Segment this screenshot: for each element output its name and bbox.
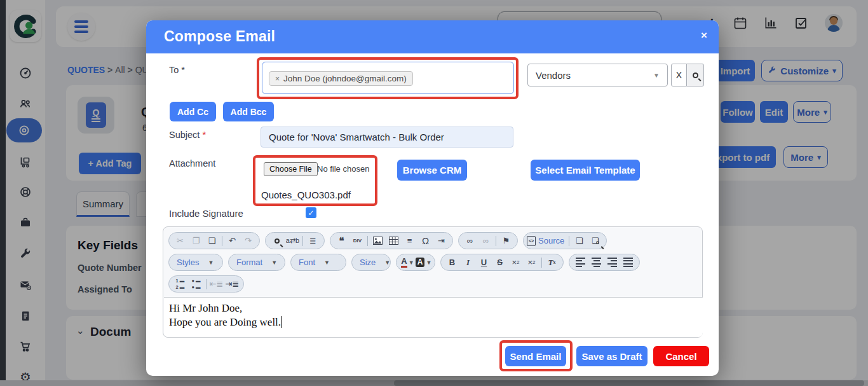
background-color-icon[interactable]: A▼ xyxy=(416,255,431,270)
attachment-area: Choose File No file chosen Quotes_QUO303… xyxy=(253,155,377,206)
recipient-chip: × John Doe (johndoe@gmail.com) xyxy=(269,71,413,86)
image-icon[interactable] xyxy=(370,233,386,248)
email-body-editor[interactable]: Hi Mr John Doe, Hope you are Doing well. xyxy=(164,297,703,337)
search-recipient-button[interactable] xyxy=(686,64,704,86)
copy-icon[interactable]: ❐ xyxy=(188,233,204,248)
to-input[interactable]: × John Doe (johndoe@gmail.com) xyxy=(262,62,514,94)
email-body-line1: Hi Mr John Doe, xyxy=(169,301,703,315)
size-dropdown[interactable]: Size▼ xyxy=(351,254,391,271)
text-color-icon[interactable]: A▼ xyxy=(400,255,416,270)
underline-icon[interactable]: U xyxy=(476,255,492,270)
replace-icon[interactable]: a⇄b xyxy=(285,233,301,248)
recipient-type-select[interactable]: Vendors▼ xyxy=(527,64,668,86)
to-label: To * xyxy=(169,65,185,75)
no-file-chosen-text: No file chosen xyxy=(317,164,369,174)
bold-icon[interactable]: B xyxy=(444,255,460,270)
add-bcc-button[interactable]: Add Bcc xyxy=(223,102,274,121)
anchor-flag-icon[interactable]: ⚑ xyxy=(498,233,514,248)
outdent-icon[interactable]: ⇤≣ xyxy=(208,277,224,291)
add-cc-button[interactable]: Add Cc xyxy=(170,102,216,121)
remove-format-icon[interactable]: Tx xyxy=(544,255,560,270)
select-arrow-icon: ▼ xyxy=(653,72,660,79)
blockquote-icon[interactable]: ❝ xyxy=(334,233,349,248)
subscript-icon[interactable]: ×2 xyxy=(508,255,524,270)
select-email-template-button[interactable]: Select Email Template xyxy=(531,160,640,181)
undo-icon[interactable]: ↶ xyxy=(224,233,240,248)
font-dropdown[interactable]: Font▼ xyxy=(290,254,346,271)
email-body-line2: Hope you are Doing well. xyxy=(169,316,282,328)
subject-label: Subject * xyxy=(169,130,206,140)
numbered-list-icon[interactable]: 1 ▬2 ▬ xyxy=(172,277,188,291)
compose-email-modal: Compose Email × To * × John Doe (johndoe… xyxy=(146,20,719,376)
app-window: ⚙ + QUOTES > All > QU Q QU 69 + Add Tag … xyxy=(0,0,868,386)
cut-icon[interactable]: ✂ xyxy=(172,233,188,248)
send-email-button[interactable]: Send Email xyxy=(505,346,566,366)
preview-icon[interactable]: ❏ xyxy=(587,233,603,248)
include-signature-label: Include Signature xyxy=(169,208,243,219)
source-button[interactable]: Source xyxy=(538,236,564,245)
italic-icon[interactable]: I xyxy=(460,255,476,270)
save-as-draft-button[interactable]: Save as Draft xyxy=(576,346,648,366)
subject-input[interactable]: Quote for 'Nova' Smartwatch - Bulk Order xyxy=(261,127,513,148)
select-all-icon[interactable]: ≣ xyxy=(305,233,321,248)
source-doc-icon: <> xyxy=(527,236,536,246)
clear-filter-button[interactable]: X xyxy=(671,64,687,86)
page-break-icon[interactable]: ⇥ xyxy=(433,233,449,248)
attachment-label: Attachment xyxy=(169,158,215,169)
templates-icon[interactable]: ❏ xyxy=(571,233,587,248)
attached-file-name: Quotes_QUO303.pdf xyxy=(261,190,351,200)
align-right-icon[interactable] xyxy=(604,255,620,270)
search-icon xyxy=(693,72,698,78)
div-container-icon[interactable]: DIV xyxy=(349,233,365,248)
close-icon[interactable]: × xyxy=(701,29,707,42)
styles-dropdown[interactable]: Styles▼ xyxy=(168,254,223,271)
indent-icon[interactable]: ⇥≣ xyxy=(224,277,240,291)
table-icon[interactable] xyxy=(386,233,402,248)
superscript-icon[interactable]: ×2 xyxy=(524,255,539,270)
browse-crm-button[interactable]: Browse CRM xyxy=(397,160,467,181)
find-icon[interactable] xyxy=(269,233,285,248)
cancel-button[interactable]: Cancel xyxy=(653,346,709,366)
horizontal-rule-icon[interactable]: ≡ xyxy=(402,233,417,248)
chip-label: John Doe (johndoe@gmail.com) xyxy=(283,74,407,83)
rich-text-editor: ✂ ❐ ❏ ↶ ↷ a⇄b ≣ ❝ DIV xyxy=(163,226,703,338)
include-signature-checkbox[interactable]: ✓ xyxy=(306,207,316,218)
strikethrough-icon[interactable]: S xyxy=(492,255,508,270)
align-left-icon[interactable] xyxy=(573,255,588,270)
choose-file-button[interactable]: Choose File xyxy=(264,162,318,176)
bulleted-list-icon[interactable]: ● ▬● ▬ xyxy=(188,277,204,291)
special-char-icon[interactable]: Ω xyxy=(417,233,433,248)
unlink-icon[interactable]: ∞ xyxy=(478,233,494,248)
chip-remove-icon[interactable]: × xyxy=(275,74,280,83)
paste-icon[interactable]: ❏ xyxy=(204,233,220,248)
format-dropdown[interactable]: Format▼ xyxy=(228,254,285,271)
modal-header: Compose Email × xyxy=(146,20,719,53)
modal-title: Compose Email xyxy=(164,28,275,45)
align-center-icon[interactable] xyxy=(588,255,604,270)
align-justify-icon[interactable] xyxy=(620,255,636,270)
link-icon[interactable]: ∞ xyxy=(462,233,478,248)
redo-icon[interactable]: ↷ xyxy=(240,233,256,248)
